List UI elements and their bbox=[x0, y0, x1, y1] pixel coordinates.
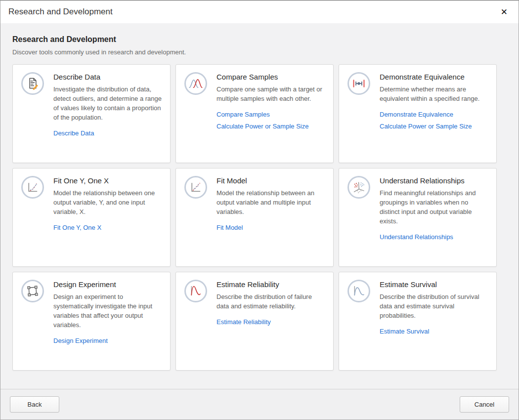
card-links: Describe Data bbox=[53, 129, 162, 137]
tool-card: Describe Data Investigate the distributi… bbox=[12, 64, 171, 163]
equivalence-interval-icon bbox=[347, 72, 370, 95]
card-title: Fit Model bbox=[216, 176, 325, 185]
page-title: Research and Development bbox=[12, 35, 507, 44]
card-description: Compare one sample with a target or mult… bbox=[216, 85, 325, 104]
card-title: Estimate Reliability bbox=[216, 280, 325, 289]
card-links: Fit Model bbox=[216, 224, 325, 231]
card-title: Describe Data bbox=[53, 73, 162, 81]
tool-card: Fit Model Model the relationship between… bbox=[175, 168, 334, 267]
scatter-curve-icon bbox=[21, 176, 44, 199]
link-understand-relationships[interactable]: Understand Relationships bbox=[380, 233, 488, 241]
footer-bar: Back Cancel bbox=[0, 389, 519, 420]
scatter-line-icon bbox=[184, 176, 207, 199]
cancel-button[interactable]: Cancel bbox=[460, 396, 509, 413]
card-grid: Describe Data Investigate the distributi… bbox=[12, 64, 507, 371]
card-links: Estimate Reliability bbox=[216, 318, 325, 326]
failure-curve-icon bbox=[184, 280, 207, 302]
card-description: Determine whether means are equivalent w… bbox=[380, 85, 488, 104]
card-links: Compare SamplesCalculate Power or Sample… bbox=[216, 111, 325, 130]
link-design-experiment[interactable]: Design Experiment bbox=[53, 337, 162, 344]
card-links: Fit One Y, One X bbox=[53, 224, 162, 231]
card-links: Demonstrate EquivalenceCalculate Power o… bbox=[380, 111, 488, 130]
card-title: Compare Samples bbox=[216, 73, 325, 81]
card-description: Investigate the distribution of data, de… bbox=[53, 85, 162, 123]
close-icon[interactable]: ✕ bbox=[497, 6, 512, 18]
link-demonstrate-equivalence[interactable]: Demonstrate Equivalence bbox=[380, 111, 488, 118]
tool-card: Estimate Reliability Describe the distri… bbox=[175, 272, 334, 371]
link-compare-samples[interactable]: Compare Samples bbox=[216, 111, 325, 118]
link-fit-one-y-one-x[interactable]: Fit One Y, One X bbox=[53, 224, 162, 231]
tool-card: Fit One Y, One X Model the relationship … bbox=[12, 168, 171, 267]
overlap-curves-icon bbox=[184, 72, 207, 95]
link-fit-model[interactable]: Fit Model bbox=[216, 224, 325, 231]
card-links: Understand Relationships bbox=[380, 233, 488, 241]
card-description: Describe the distribution of failure dat… bbox=[216, 293, 325, 311]
tool-card: Design Experiment Design an experiment t… bbox=[12, 272, 171, 371]
link-describe-data[interactable]: Describe Data bbox=[53, 129, 162, 137]
card-title: Design Experiment bbox=[53, 280, 162, 289]
card-title: Fit One Y, One X bbox=[53, 176, 162, 185]
card-description: Design an experiment to systematically i… bbox=[53, 293, 162, 330]
card-description: Describe the distribution of survival da… bbox=[380, 293, 488, 321]
link-estimate-survival[interactable]: Estimate Survival bbox=[380, 328, 488, 335]
tool-card: Demonstrate Equivalence Determine whethe… bbox=[339, 64, 497, 163]
document-pencil-icon bbox=[21, 72, 44, 95]
tool-card: Estimate Survival Describe the distribut… bbox=[339, 272, 497, 371]
link-calculate-power-or-sample-size[interactable]: Calculate Power or Sample Size bbox=[380, 123, 488, 130]
tool-card: Compare Samples Compare one sample with … bbox=[175, 64, 334, 163]
research-development-dialog: Research and Development ✕ Research and … bbox=[0, 0, 519, 420]
title-bar: Research and Development ✕ bbox=[0, 0, 519, 23]
card-links: Estimate Survival bbox=[380, 328, 488, 335]
link-calculate-power-or-sample-size[interactable]: Calculate Power or Sample Size bbox=[216, 123, 325, 130]
doe-square-icon bbox=[21, 280, 44, 302]
card-links: Design Experiment bbox=[53, 337, 162, 344]
card-title: Demonstrate Equivalence bbox=[380, 73, 488, 81]
link-estimate-reliability[interactable]: Estimate Reliability bbox=[216, 318, 325, 326]
card-description: Model the relationship between one outpu… bbox=[53, 189, 162, 217]
card-title: Understand Relationships bbox=[380, 176, 488, 185]
page-subtitle: Discover tools commonly used in research… bbox=[12, 48, 507, 56]
dialog-body: Research and Development Discover tools … bbox=[0, 23, 519, 389]
card-description: Find meaningful relationships and groupi… bbox=[380, 189, 488, 226]
card-title: Estimate Survival bbox=[380, 280, 488, 289]
card-description: Model the relationship between an output… bbox=[216, 189, 325, 217]
window-title: Research and Development bbox=[8, 7, 497, 17]
survival-curve-icon bbox=[347, 280, 370, 302]
tool-card: Understand Relationships Find meaningful… bbox=[339, 168, 497, 267]
scatter-3d-icon bbox=[347, 176, 370, 199]
back-button[interactable]: Back bbox=[10, 396, 59, 413]
